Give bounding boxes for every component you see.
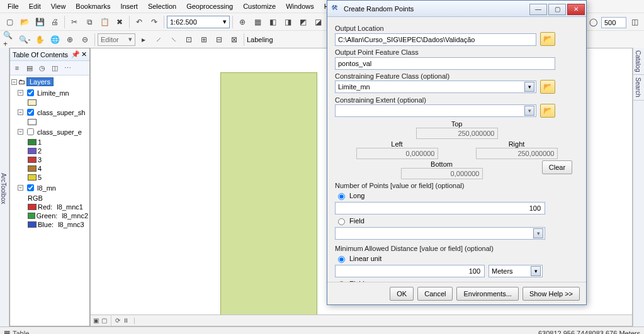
arctoolbox-tab[interactable]: ArcToolbox xyxy=(0,48,9,326)
layer-checkbox[interactable] xyxy=(27,128,34,135)
close-button[interactable]: ✕ xyxy=(567,4,585,15)
collapse-icon[interactable]: − xyxy=(11,79,17,85)
edit-tool-2[interactable]: ⟋ xyxy=(152,33,166,47)
pan-icon[interactable]: ✋ xyxy=(33,33,47,47)
save-icon[interactable]: 💾 xyxy=(33,15,47,29)
layer-l8-mn[interactable]: l8_mn xyxy=(37,184,56,192)
fixed-zoom-out-icon[interactable]: ⊖ xyxy=(78,33,92,47)
browse-fc-icon[interactable]: 📂 xyxy=(540,80,555,94)
table-icon[interactable]: ▦ xyxy=(4,329,10,334)
chevron-down-icon[interactable]: ▾ xyxy=(524,82,534,92)
show-help-button[interactable]: Show Help >> xyxy=(523,287,580,301)
list-by-selection-icon[interactable]: ◫ xyxy=(49,62,60,74)
zoom-in-icon[interactable]: 🔍+ xyxy=(3,33,16,47)
layer-checkbox[interactable] xyxy=(27,89,34,96)
constraining-extent-dropdown[interactable]: ▾ xyxy=(335,104,536,117)
table-label[interactable]: Table xyxy=(13,330,29,335)
edit-tool-icon[interactable]: ▸ xyxy=(137,33,150,47)
layer-class-super-e[interactable]: class_super_e xyxy=(37,128,82,136)
minimize-button[interactable]: — xyxy=(529,4,547,15)
output-fc-input[interactable]: pontos_val xyxy=(335,57,555,70)
menu-bookmarks[interactable]: Bookmarks xyxy=(71,1,115,11)
menu-view[interactable]: View xyxy=(46,1,71,11)
extent-left-input[interactable]: 0,000000 xyxy=(356,148,438,159)
tool-btn-4[interactable]: ◩ xyxy=(296,15,310,29)
buffer-value-input[interactable]: 500 xyxy=(601,17,626,28)
output-location-input[interactable]: C:\Allan\Curso_SIG\IEPEC\Dados\Validação xyxy=(335,33,536,46)
tool-btn-5[interactable]: ◪ xyxy=(311,15,325,29)
constraining-fc-dropdown[interactable]: Limite_mn ▾ xyxy=(335,81,536,93)
layout-view-icon[interactable]: ▢ xyxy=(101,317,107,324)
chevron-down-icon[interactable]: ▾ xyxy=(533,228,543,238)
tool-btn-2[interactable]: ◧ xyxy=(266,15,280,29)
close-icon[interactable]: ✕ xyxy=(81,50,87,58)
catalog-tab[interactable]: Catalog xyxy=(633,48,644,75)
cancel-button[interactable]: Cancel xyxy=(417,287,453,301)
extent-bottom-input[interactable]: 0,000000 xyxy=(401,168,483,179)
edit-tool-4[interactable]: ⊡ xyxy=(182,33,196,47)
map-scale-combo[interactable]: 1:62.500 ▾ xyxy=(167,16,230,28)
min-dist-linear-input[interactable]: 100 xyxy=(335,265,485,277)
buffer-radius-icon[interactable]: ◯ xyxy=(586,15,600,29)
list-by-visibility-icon[interactable]: ◷ xyxy=(37,62,48,74)
new-icon[interactable]: ▢ xyxy=(3,15,16,29)
maximize-button[interactable]: ▢ xyxy=(548,4,566,15)
clear-extent-button[interactable]: Clear xyxy=(542,160,572,174)
search-tab[interactable]: Search xyxy=(633,75,644,101)
paste-icon[interactable]: 📋 xyxy=(98,15,111,29)
pin-icon[interactable]: 📌 xyxy=(71,50,80,58)
chevron-down-icon[interactable]: ▾ xyxy=(524,106,534,116)
edit-tool-3[interactable]: ⟍ xyxy=(167,33,181,47)
menu-selection[interactable]: Selection xyxy=(143,1,181,11)
print-icon[interactable]: 🖨 xyxy=(48,15,62,29)
add-data-icon[interactable]: ⊕ xyxy=(235,15,249,29)
browse-folder-icon[interactable]: 📂 xyxy=(540,32,555,46)
min-dist-unit-dropdown[interactable]: Meters ▾ xyxy=(489,265,543,277)
zoom-out-icon[interactable]: 🔍- xyxy=(18,33,31,47)
layers-root[interactable]: Layers xyxy=(26,77,54,86)
collapse-icon[interactable]: − xyxy=(18,90,23,96)
fixed-zoom-in-icon[interactable]: ⊕ xyxy=(63,33,77,47)
collapse-icon[interactable]: − xyxy=(18,185,23,191)
layer-limite-mn[interactable]: Limite_mn xyxy=(37,89,69,97)
edit-tool-5[interactable]: ⊞ xyxy=(197,33,211,47)
delete-icon[interactable]: ✖ xyxy=(113,15,127,29)
layer-class-super-sh[interactable]: class_super_sh xyxy=(37,109,85,116)
layer-checkbox[interactable] xyxy=(27,184,34,191)
num-points-field-radio[interactable] xyxy=(338,218,345,225)
list-by-drawing-order-icon[interactable]: ≡ xyxy=(11,62,23,74)
toc-options-icon[interactable]: ⋯ xyxy=(62,62,73,74)
num-points-field-dropdown[interactable]: ▾ xyxy=(335,227,545,240)
refresh-icon[interactable]: ⟳ xyxy=(115,317,120,324)
data-view-icon[interactable]: ▣ xyxy=(93,317,99,324)
editor-dropdown[interactable]: Editor ▾ xyxy=(98,33,135,46)
pause-icon[interactable]: ⏸ xyxy=(123,317,129,324)
list-by-source-icon[interactable]: ▤ xyxy=(24,62,35,74)
ok-button[interactable]: OK xyxy=(390,287,414,301)
browse-extent-icon[interactable]: 📂 xyxy=(540,104,555,118)
menu-file[interactable]: File xyxy=(3,1,24,11)
menu-edit[interactable]: Edit xyxy=(24,1,46,11)
num-points-long-radio[interactable] xyxy=(338,193,345,200)
min-dist-linear-radio[interactable] xyxy=(338,256,345,263)
cut-icon[interactable]: ✂ xyxy=(67,15,81,29)
menu-insert[interactable]: Insert xyxy=(115,1,143,11)
menu-geoprocessing[interactable]: Geoprocessing xyxy=(181,1,238,11)
copy-icon[interactable]: ⧉ xyxy=(82,15,96,29)
chevron-down-icon[interactable]: ▾ xyxy=(531,266,541,276)
dialog-titlebar[interactable]: 🛠 Create Random Points — ▢ ✕ xyxy=(327,1,586,17)
extent-top-input[interactable]: 250,000000 xyxy=(416,128,498,139)
menu-customize[interactable]: Customize xyxy=(238,1,281,11)
tool-btn-3[interactable]: ◨ xyxy=(281,15,295,29)
tool-btn-1[interactable]: ▦ xyxy=(251,15,264,29)
collapse-icon[interactable]: − xyxy=(18,129,23,135)
edit-tool-6[interactable]: ⊟ xyxy=(212,33,226,47)
menu-windows[interactable]: Windows xyxy=(281,1,319,11)
collapse-icon[interactable]: − xyxy=(18,109,23,115)
full-extent-icon[interactable]: 🌐 xyxy=(48,33,62,47)
environments-button[interactable]: Environments... xyxy=(456,287,518,301)
right-tool-3[interactable]: ◫ xyxy=(628,15,641,29)
extent-right-input[interactable]: 250,000000 xyxy=(476,148,558,159)
undo-icon[interactable]: ↶ xyxy=(132,15,146,29)
layer-checkbox[interactable] xyxy=(27,109,34,116)
